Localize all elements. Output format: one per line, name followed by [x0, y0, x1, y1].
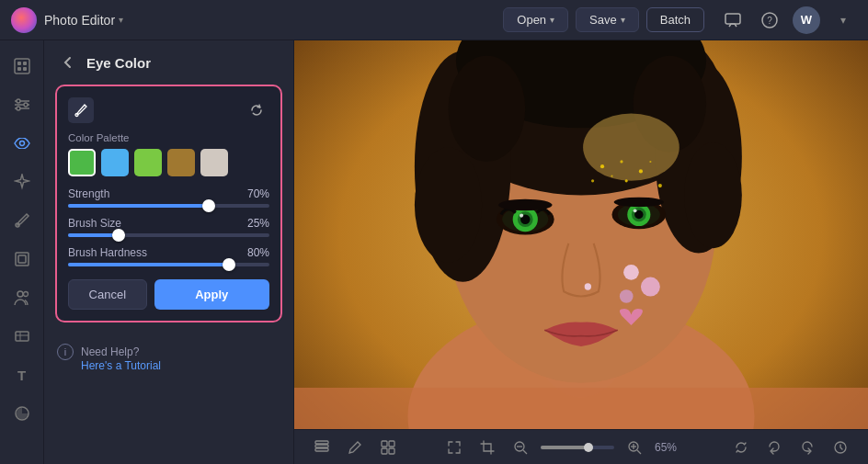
reset-tool-button[interactable] [244, 97, 269, 123]
help-label: Need Help? [81, 345, 139, 358]
svg-point-63 [591, 179, 594, 182]
apply-button[interactable]: Apply [154, 279, 269, 310]
zoom-label: 65% [655, 441, 688, 454]
palette-swatch-4[interactable] [200, 149, 228, 176]
svg-point-55 [614, 198, 664, 207]
strength-label: Strength [68, 187, 109, 200]
svg-point-67 [585, 283, 591, 289]
adjustments-icon[interactable] [6, 88, 39, 121]
brush-size-label: Brush Size [68, 217, 121, 230]
svg-rect-3 [15, 59, 29, 74]
bottom-bar: 65% [294, 429, 868, 464]
strength-track[interactable] [68, 204, 269, 208]
svg-point-61 [639, 169, 643, 173]
message-icon[interactable] [719, 6, 747, 34]
icon-bar: T [0, 40, 44, 464]
svg-rect-72 [382, 441, 387, 447]
frame-icon[interactable] [6, 243, 39, 276]
svg-point-66 [625, 179, 628, 182]
brush-size-value: 25% [247, 217, 269, 230]
app-name-label: Photo Editor [44, 13, 115, 28]
svg-text:?: ? [767, 16, 772, 26]
svg-rect-74 [382, 448, 387, 454]
svg-rect-75 [389, 448, 394, 454]
palette-swatch-1[interactable] [101, 149, 129, 176]
svg-point-38 [684, 142, 742, 248]
svg-point-9 [24, 103, 28, 107]
main-content: T Eye Color [0, 40, 868, 464]
widget-toolbar [68, 97, 269, 123]
app-name-chevron: ▾ [119, 15, 123, 25]
bottom-center-tools: 65% [401, 435, 728, 460]
cancel-button[interactable]: Cancel [68, 279, 147, 310]
undo-icon[interactable] [761, 435, 787, 460]
brush-hardness-track[interactable] [68, 263, 269, 266]
svg-rect-4 [17, 62, 21, 65]
grid-icon[interactable] [375, 435, 401, 460]
crop-icon[interactable] [474, 435, 500, 460]
svg-point-62 [611, 175, 612, 177]
palette-colors [68, 149, 269, 176]
svg-rect-19 [16, 253, 29, 266]
text-icon[interactable]: T [6, 358, 39, 391]
history-icon[interactable] [828, 435, 853, 460]
back-button[interactable] [57, 51, 79, 74]
sticker-icon[interactable] [6, 397, 39, 430]
tutorial-link[interactable]: Here's a Tutorial [81, 359, 161, 372]
expand-icon[interactable]: ▾ [829, 6, 857, 34]
brush-size-slider-row: Brush Size 25% [68, 217, 269, 237]
strength-slider-row: Strength 70% [68, 187, 269, 208]
brush-tool-button[interactable] [68, 97, 94, 123]
bottom-right-tools [728, 435, 853, 460]
brush-hardness-slider-row: Brush Hardness 80% [68, 246, 269, 266]
eye-color-widget: Color Palette Strength 70% Brush Size 25… [55, 85, 282, 323]
panel-title: Eye Color [86, 55, 151, 71]
gallery-icon[interactable] [6, 50, 39, 83]
fit-icon[interactable] [441, 435, 467, 460]
canvas-image[interactable] [294, 40, 868, 429]
help-section: i Need Help? Here's a Tutorial [44, 330, 293, 385]
zoom-slider[interactable] [541, 446, 614, 449]
save-button[interactable]: Save ▾ [576, 7, 639, 32]
panel-header: Eye Color [44, 40, 293, 85]
save-chevron-icon: ▾ [621, 15, 625, 25]
svg-line-77 [523, 450, 527, 454]
redo-icon[interactable] [794, 435, 820, 460]
svg-point-47 [520, 213, 523, 217]
open-chevron-icon: ▾ [550, 15, 554, 25]
svg-point-65 [649, 161, 651, 163]
brush-icon[interactable] [6, 204, 39, 237]
open-button[interactable]: Open ▾ [503, 7, 568, 32]
refresh-icon[interactable] [728, 435, 754, 460]
svg-rect-7 [23, 67, 27, 71]
overlay-icon[interactable] [6, 320, 39, 353]
zoom-out-icon[interactable] [508, 435, 533, 460]
svg-point-41 [583, 114, 680, 181]
svg-point-59 [600, 164, 604, 168]
brush-hardness-label: Brush Hardness [68, 246, 147, 259]
layers-icon[interactable] [309, 435, 335, 460]
help-info-icon: i [57, 344, 74, 360]
help-icon[interactable]: ? [756, 6, 783, 34]
palette-swatch-3[interactable] [167, 149, 195, 176]
magic-icon[interactable] [6, 165, 39, 198]
people-icon[interactable] [6, 281, 39, 314]
svg-rect-0 [725, 14, 740, 24]
user-avatar[interactable]: W [793, 6, 820, 34]
svg-point-10 [17, 107, 20, 110]
edit-icon[interactable] [342, 435, 368, 460]
svg-point-54 [634, 209, 637, 212]
palette-swatch-2[interactable] [134, 149, 162, 176]
svg-point-60 [620, 160, 622, 163]
eye-icon[interactable] [6, 127, 39, 160]
app-name-group[interactable]: Photo Editor ▾ [44, 13, 123, 28]
batch-button[interactable]: Batch [646, 7, 704, 32]
svg-rect-68 [294, 388, 868, 429]
zoom-in-icon[interactable] [622, 435, 647, 460]
bottom-left-tools [309, 435, 401, 460]
svg-point-56 [623, 265, 639, 280]
palette-swatch-0[interactable] [68, 149, 96, 176]
topbar-icons: ? W ▾ [719, 6, 857, 34]
brush-size-track[interactable] [68, 233, 269, 237]
svg-point-39 [449, 56, 526, 162]
